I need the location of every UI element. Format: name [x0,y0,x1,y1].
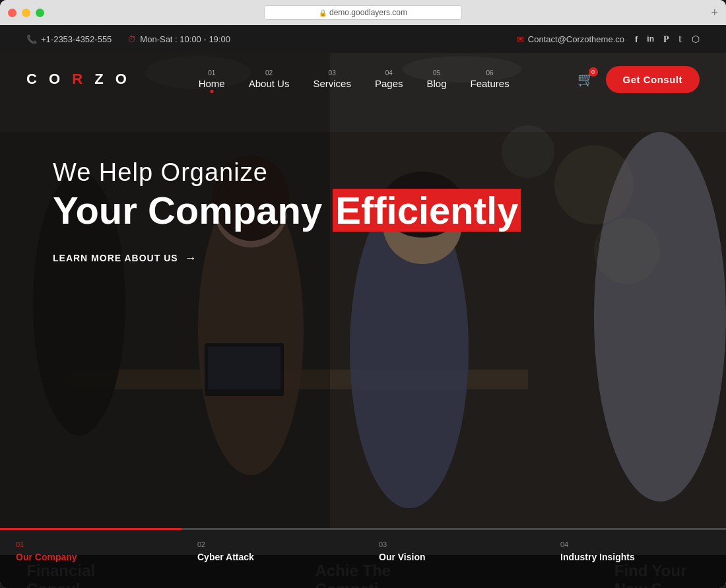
email-address: Contact@Corzotheme.co [528,34,624,44]
phone-info: 📞 +1-2353-4352-555 [26,34,112,44]
hero-subtitle: We Help Organize [53,158,700,187]
bottom-tab-num-1: 01 [16,540,166,548]
nav-label-home: Home [199,78,225,89]
bottom-tab-cyber-attack[interactable]: 02 Cyber Attack [182,528,363,588]
twitter-icon[interactable]: 𝕥 [678,34,682,44]
nav-num-pages: 04 [385,69,393,77]
hero-cta-arrow: → [185,251,197,265]
nav-num-features: 06 [486,69,494,77]
nav-num-about: 02 [265,69,273,77]
nav-item-services[interactable]: 03 Services [313,69,351,89]
nav-item-blog[interactable]: 05 Blog [426,69,446,89]
bottom-tab-label-4: Industry Insights [560,552,635,562]
facebook-icon[interactable]: f [635,34,638,44]
nav-num-home: 01 [208,69,215,77]
social-icons-group: f in 𝐏 𝕥 ⬡ [635,34,700,45]
instagram-icon[interactable]: ⬡ [692,34,700,44]
nav-num-blog: 05 [433,69,440,77]
top-bar: 📞 +1-2353-4352-555 ⏱ Mon-Sat : 10:00 - 1… [0,25,726,53]
url-text: demo.goodlayers.com [329,8,407,17]
nav-label-features: Features [471,78,510,89]
nav-label-blog: Blog [426,78,446,89]
hero-title-highlighted: Efficiently [333,189,521,232]
minimize-button[interactable] [22,9,30,17]
cart-badge: 0 [589,67,598,77]
bottom-tab-label-2: Cyber Attack [197,552,254,562]
hours-info: ⏱ Mon-Sat : 10:00 - 19:00 [127,34,230,44]
nav-num-services: 03 [329,69,336,77]
maximize-button[interactable] [36,9,44,17]
close-button[interactable] [8,9,16,17]
bottom-tab-label-3: Our Vision [379,552,426,562]
cart-icon[interactable]: 🛒 0 [578,71,594,87]
email-info: ✉ Contact@Corzotheme.co [517,34,624,44]
nav-label-pages: Pages [375,78,403,89]
top-bar-left: 📞 +1-2353-4352-555 ⏱ Mon-Sat : 10:00 - 1… [26,34,230,44]
bottom-tab-num-3: 03 [379,540,529,548]
browser-window: 🔒 demo.goodlayers.com + 📞 +1-2353-4352-5… [0,0,726,588]
nav-label-about: About Us [249,78,290,89]
top-bar-right: ✉ Contact@Corzotheme.co f in 𝐏 𝕥 ⬡ [517,34,700,45]
nav-menu: 01 Home 02 About Us 03 Services 04 Pages… [199,69,510,89]
nav-item-pages[interactable]: 04 Pages [375,69,403,89]
hero-cta-button[interactable]: Learn More About Us → [53,251,700,265]
new-tab-button[interactable]: + [711,6,718,20]
bottom-tab-label-1: Our Company [16,552,77,562]
bottom-tab-industry-insights[interactable]: 04 Industry Insights [544,528,726,588]
site-content: C O R Z O 01 Home 02 About Us 03 Service… [0,53,726,588]
bottom-tab-num-4: 04 [560,540,710,548]
address-bar[interactable]: 🔒 demo.goodlayers.com [264,5,462,20]
title-bar: 🔒 demo.goodlayers.com + [0,0,726,25]
linkedin-icon[interactable]: in [647,34,654,44]
get-consult-button[interactable]: Get Consult [606,66,700,93]
navbar: C O R Z O 01 Home 02 About Us 03 Service… [0,53,726,106]
phone-icon: 📞 [26,34,37,44]
clock-icon: ⏱ [127,34,136,44]
bottom-tab-our-vision[interactable]: 03 Our Vision [363,528,544,588]
lock-icon: 🔒 [319,9,327,16]
bottom-tab-num-2: 02 [197,540,347,548]
hero-title: Your Company Efficiently [53,189,700,232]
site-logo[interactable]: C O R Z O [26,71,131,88]
window-controls [8,9,44,17]
business-hours: Mon-Sat : 10:00 - 19:00 [140,34,230,44]
hero-cta-label: Learn More About Us [53,253,178,263]
nav-item-about[interactable]: 02 About Us [249,69,290,89]
hero-title-plain: Your Company [53,189,333,232]
pinterest-icon[interactable]: 𝐏 [663,34,669,45]
phone-number: +1-2353-4352-555 [41,34,112,44]
bottom-tab-our-company[interactable]: 01 Our Company [0,528,182,588]
email-icon: ✉ [517,34,524,44]
nav-label-services: Services [313,78,351,89]
nav-item-home[interactable]: 01 Home [199,69,225,89]
hero-content: We Help Organize Your Company Efficientl… [0,106,726,265]
bottom-tabs: 01 Our Company 02 Cyber Attack 03 Our Vi… [0,528,726,588]
nav-right: 🛒 0 Get Consult [578,66,700,93]
nav-item-features[interactable]: 06 Features [471,69,510,89]
logo-highlight: R [72,71,86,87]
